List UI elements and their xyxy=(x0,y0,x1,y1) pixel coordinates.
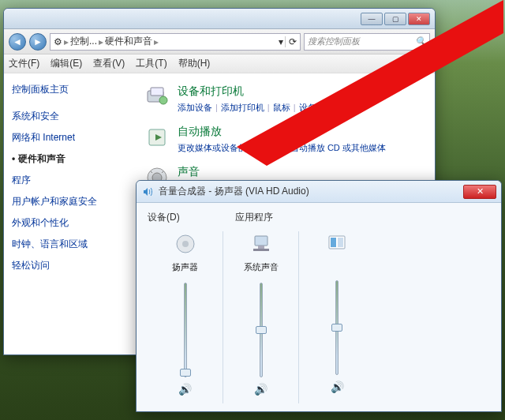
breadcrumb-sep: ▸ xyxy=(154,36,159,47)
address-bar: ◄ ► ⚙ ▸ 控制... ▸ 硬件和声音 ▸ ▾ ⟳ 搜索控制面板 🔍 xyxy=(4,29,435,54)
channel-name: 系统声音 xyxy=(244,261,279,273)
svg-point-2 xyxy=(159,96,167,104)
sidebar-item[interactable]: 外观和个性化 xyxy=(12,212,129,234)
menu-edit[interactable]: 编辑(E) xyxy=(50,57,82,70)
mixer-header-device: 设备(D) xyxy=(148,211,180,224)
breadcrumb-item[interactable]: 控制... xyxy=(70,35,97,48)
back-button[interactable]: ◄ xyxy=(9,33,26,51)
category-title[interactable]: 声音 xyxy=(178,165,427,179)
category-link[interactable]: 添加打印机 xyxy=(221,103,264,112)
category-icon xyxy=(144,84,170,110)
sidebar-title[interactable]: 控制面板主页 xyxy=(12,83,129,96)
search-input[interactable]: 搜索控制面板 🔍 xyxy=(304,33,430,51)
menu-bar: 文件(F) 编辑(E) 查看(V) 工具(T) 帮助(H) xyxy=(4,54,435,73)
svg-rect-1 xyxy=(151,88,163,96)
close-button[interactable]: ✕ xyxy=(408,13,430,25)
mixer-channel: 系统声音🔊 xyxy=(223,231,299,403)
mute-button[interactable]: 🔊 xyxy=(254,382,268,396)
category-links: 更改媒体或设备的默认设置|自动播放 CD 或其他媒体 xyxy=(178,142,427,154)
category-link[interactable]: 自动播放 CD 或其他媒体 xyxy=(290,143,386,152)
breadcrumb-item[interactable]: 硬件和声音 xyxy=(105,35,152,48)
mute-button[interactable]: 🔊 xyxy=(178,382,193,396)
category-link[interactable]: 设备管理器 xyxy=(299,103,342,112)
refresh-button[interactable]: ⟳ xyxy=(285,36,297,47)
forward-button[interactable]: ► xyxy=(29,33,47,51)
sidebar: 控制面板主页 系统和安全网络和 Internet• 硬件和声音程序用户帐户和家庭… xyxy=(4,73,137,354)
category-links: 添加设备|添加打印机|鼠标|设备管理器 xyxy=(178,102,427,114)
sidebar-item[interactable]: • 硬件和声音 xyxy=(12,148,129,170)
channel-icon[interactable] xyxy=(249,231,274,257)
category-link[interactable]: 更改媒体或设备的默认设置 xyxy=(178,143,282,152)
category: 设备和打印机添加设备|添加打印机|鼠标|设备管理器 xyxy=(144,84,427,114)
maximize-button[interactable]: ▢ xyxy=(384,13,406,25)
svg-rect-14 xyxy=(338,238,343,247)
svg-rect-10 xyxy=(258,246,264,249)
search-icon: 🔍 xyxy=(415,36,426,47)
breadcrumb-sep: ▸ xyxy=(99,36,103,47)
volume-slider[interactable] xyxy=(176,283,195,377)
mixer-header-apps: 应用程序 xyxy=(235,211,273,224)
mixer-channel: 扬声器🔊 xyxy=(148,231,223,403)
menu-file[interactable]: 文件(F) xyxy=(9,57,39,70)
menu-view[interactable]: 查看(V) xyxy=(93,57,125,70)
sidebar-item[interactable]: 轻松访问 xyxy=(12,255,129,276)
control-panel-root-icon: ⚙ xyxy=(54,36,62,47)
mute-button[interactable]: 🔊 xyxy=(330,380,344,394)
category-title[interactable]: 自动播放 xyxy=(178,125,427,139)
category-icon xyxy=(144,125,170,150)
volume-slider[interactable] xyxy=(252,283,271,377)
channel-name: 扬声器 xyxy=(172,261,198,273)
breadcrumb[interactable]: ⚙ ▸ 控制... ▸ 硬件和声音 ▸ ▾ ⟳ xyxy=(50,33,301,51)
volume-icon xyxy=(141,186,154,198)
mixer-close-button[interactable]: ✕ xyxy=(463,185,496,199)
breadcrumb-dropdown-icon[interactable]: ▾ xyxy=(279,36,283,47)
category-link[interactable]: 添加设备 xyxy=(178,103,212,112)
minimize-button[interactable]: — xyxy=(361,13,383,25)
svg-point-8 xyxy=(182,241,189,247)
channel-icon[interactable] xyxy=(324,231,350,257)
sidebar-item[interactable]: 网络和 Internet xyxy=(12,127,129,148)
menu-tools[interactable]: 工具(T) xyxy=(136,57,166,70)
sidebar-item[interactable]: 系统和安全 xyxy=(12,106,129,127)
svg-rect-13 xyxy=(331,238,336,247)
mixer-channel: 🔊 xyxy=(299,231,375,403)
category-title[interactable]: 设备和打印机 xyxy=(178,84,427,99)
sidebar-item[interactable]: 时钟、语言和区域 xyxy=(12,234,129,255)
sidebar-item[interactable]: 用户帐户和家庭安全 xyxy=(12,191,129,212)
control-panel-titlebar: — ▢ ✕ xyxy=(4,9,435,29)
channel-icon[interactable] xyxy=(173,231,198,257)
mixer-titlebar: 音量合成器 - 扬声器 (VIA HD Audio) ✕ xyxy=(137,181,501,203)
channel-name xyxy=(335,261,338,271)
volume-slider[interactable] xyxy=(327,280,346,375)
category: 自动播放更改媒体或设备的默认设置|自动播放 CD 或其他媒体 xyxy=(144,125,427,154)
mixer-title-text: 音量合成器 - 扬声器 (VIA HD Audio) xyxy=(159,185,463,198)
search-placeholder: 搜索控制面板 xyxy=(308,36,360,47)
svg-rect-11 xyxy=(253,249,269,251)
sidebar-item[interactable]: 程序 xyxy=(12,170,129,191)
menu-help[interactable]: 帮助(H) xyxy=(178,57,211,70)
breadcrumb-sep: ▸ xyxy=(64,36,69,47)
svg-rect-9 xyxy=(255,236,267,246)
category-link[interactable]: 鼠标 xyxy=(273,103,290,112)
volume-mixer-window: 音量合成器 - 扬声器 (VIA HD Audio) ✕ 设备(D) 应用程序 … xyxy=(136,180,502,412)
